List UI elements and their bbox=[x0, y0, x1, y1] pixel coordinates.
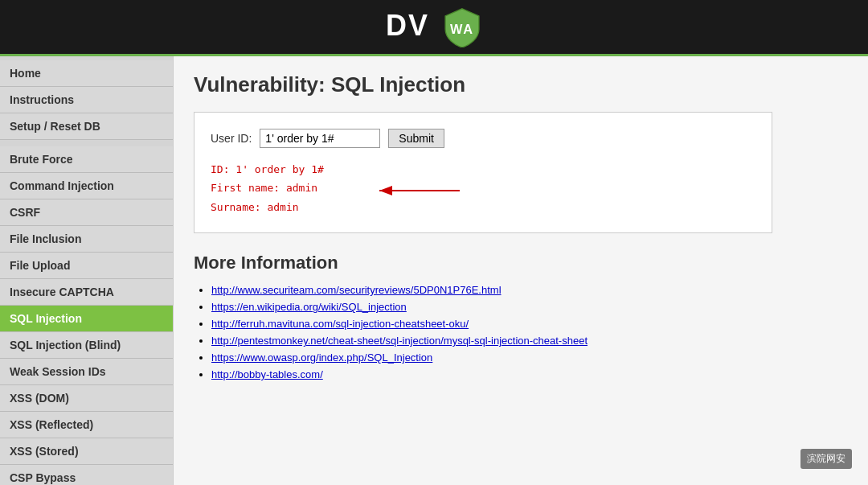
sidebar-item-setup[interactable]: Setup / Reset DB bbox=[0, 113, 173, 140]
info-link-1[interactable]: http://www.securiteam.com/securityreview… bbox=[211, 284, 502, 296]
info-link-2[interactable]: https://en.wikipedia.org/wiki/SQL_inject… bbox=[211, 301, 407, 313]
sql-injection-form-box: User ID: Submit ID: 1' order by 1# First… bbox=[194, 112, 772, 233]
result-area: ID: 1' order by 1# First name: admin Sur… bbox=[211, 160, 755, 216]
info-link-6[interactable]: http://bobby-tables.com/ bbox=[211, 368, 323, 380]
info-links-list: http://www.securiteam.com/securityreview… bbox=[194, 283, 848, 380]
info-link-5[interactable]: https://www.owasp.org/index.php/SQL_Inje… bbox=[211, 351, 432, 364]
sidebar-item-csp-bypass[interactable]: CSP Bypass bbox=[0, 465, 173, 485]
submit-button[interactable]: Submit bbox=[388, 129, 444, 148]
sidebar-item-xss-stored[interactable]: XSS (Stored) bbox=[0, 438, 173, 465]
result-line3: Surname: admin bbox=[211, 198, 755, 216]
sidebar-item-file-inclusion[interactable]: File Inclusion bbox=[0, 226, 173, 253]
list-item: https://www.owasp.org/index.php/SQL_Inje… bbox=[211, 351, 848, 364]
sidebar-item-sql-injection[interactable]: SQL Injection bbox=[0, 306, 173, 332]
sidebar-item-csrf[interactable]: CSRF bbox=[0, 199, 173, 226]
sidebar-item-home[interactable]: Home bbox=[0, 60, 173, 87]
list-item: http://pentestmonkey.net/cheat-sheet/sql… bbox=[211, 334, 848, 347]
list-item: https://en.wikipedia.org/wiki/SQL_inject… bbox=[211, 300, 848, 313]
more-info-title: More Information bbox=[194, 253, 848, 273]
info-link-3[interactable]: http://ferruh.mavituna.com/sql-injection… bbox=[211, 318, 469, 330]
sidebar-item-weak-session[interactable]: Weak Session IDs bbox=[0, 359, 173, 385]
watermark: 滨院网安 bbox=[800, 449, 852, 469]
sidebar-item-brute-force[interactable]: Brute Force bbox=[0, 146, 173, 173]
logo: DV WA bbox=[386, 7, 482, 47]
page-layout: Home Instructions Setup / Reset DB Brute… bbox=[0, 56, 868, 485]
sidebar-item-insecure-captcha[interactable]: Insecure CAPTCHA bbox=[0, 279, 173, 306]
sidebar-item-xss-dom[interactable]: XSS (DOM) bbox=[0, 385, 173, 412]
main-content: Vulnerability: SQL Injection User ID: Su… bbox=[173, 56, 868, 485]
sidebar-item-sql-injection-blind[interactable]: SQL Injection (Blind) bbox=[0, 332, 173, 359]
header: DV WA bbox=[0, 0, 868, 56]
sidebar-item-instructions[interactable]: Instructions bbox=[0, 87, 173, 113]
info-link-4[interactable]: http://pentestmonkey.net/cheat-sheet/sql… bbox=[211, 335, 588, 347]
list-item: http://ferruh.mavituna.com/sql-injection… bbox=[211, 317, 848, 330]
result-line2: First name: admin bbox=[211, 179, 755, 197]
sidebar: Home Instructions Setup / Reset DB Brute… bbox=[0, 56, 173, 485]
svg-text:WA: WA bbox=[450, 21, 474, 35]
page-title: Vulnerability: SQL Injection bbox=[194, 72, 848, 97]
sidebar-item-command-injection[interactable]: Command Injection bbox=[0, 173, 173, 199]
list-item: http://bobby-tables.com/ bbox=[211, 368, 848, 380]
user-id-label: User ID: bbox=[211, 132, 252, 145]
sidebar-item-file-upload[interactable]: File Upload bbox=[0, 253, 173, 279]
list-item: http://www.securiteam.com/securityreview… bbox=[211, 283, 848, 296]
user-id-input[interactable] bbox=[260, 129, 380, 148]
sidebar-item-xss-reflected[interactable]: XSS (Reflected) bbox=[0, 412, 173, 438]
result-line1: ID: 1' order by 1# bbox=[211, 160, 755, 179]
form-row: User ID: Submit bbox=[211, 129, 755, 148]
